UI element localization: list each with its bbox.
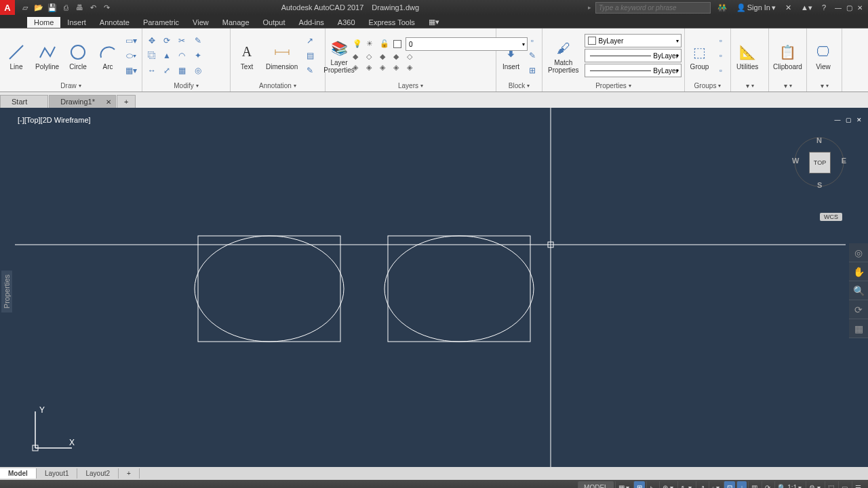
leader-icon[interactable]: ↗ bbox=[303, 34, 317, 47]
sign-in-button[interactable]: 👤 Sign In ▾ bbox=[734, 3, 778, 12]
mtext-icon[interactable]: ✎ bbox=[303, 64, 317, 77]
tab-manage[interactable]: Manage bbox=[216, 17, 256, 28]
tab-view[interactable]: View bbox=[186, 17, 216, 28]
print-icon[interactable]: 🖶 bbox=[73, 1, 85, 14]
tab-a360[interactable]: A360 bbox=[331, 17, 362, 28]
layer-color-swatch[interactable] bbox=[393, 40, 401, 48]
layer-prev-icon[interactable]: ◆ bbox=[380, 52, 389, 62]
search-input[interactable] bbox=[595, 2, 711, 14]
status-osnap-icon[interactable]: ↗ bbox=[696, 481, 707, 488]
tab-layout1[interactable]: Layout1 bbox=[37, 468, 78, 479]
nav-showmotion-icon[interactable]: ▦ bbox=[849, 319, 868, 338]
panel-annotation[interactable]: Annotation bbox=[233, 81, 322, 90]
status-dyn-icon[interactable]: ⊡ bbox=[724, 481, 735, 488]
status-transp-icon[interactable]: ▥ bbox=[748, 481, 760, 488]
save-icon[interactable]: 💾 bbox=[46, 1, 58, 14]
tab-parametric[interactable]: Parametric bbox=[136, 17, 186, 28]
maximize-icon[interactable]: ▢ bbox=[844, 2, 854, 13]
close-icon[interactable]: ✕ bbox=[854, 2, 865, 13]
panel-properties[interactable]: Properties bbox=[545, 81, 682, 90]
minimize-icon[interactable]: ― bbox=[833, 2, 844, 13]
viewcube[interactable]: N S W E TOP bbox=[792, 135, 846, 189]
tab-featured[interactable]: ▦▾ bbox=[422, 16, 446, 28]
viewport-close-icon[interactable]: ✕ bbox=[854, 116, 864, 124]
hatch-icon[interactable]: ▦▾ bbox=[124, 64, 138, 77]
panel-groups[interactable]: Groups bbox=[688, 81, 728, 90]
new-tab-button[interactable]: + bbox=[117, 95, 136, 108]
status-cycle-icon[interactable]: ⟳ bbox=[762, 481, 773, 488]
redo-icon[interactable]: ↷ bbox=[100, 1, 113, 14]
circle-button[interactable]: Circle bbox=[64, 40, 92, 72]
layer-walk-icon[interactable]: ◈ bbox=[366, 63, 376, 73]
layer-make-icon[interactable]: ◆ bbox=[353, 52, 362, 62]
status-snapmode-icon[interactable]: ⊞ bbox=[633, 481, 645, 488]
text-button[interactable]: AText bbox=[233, 40, 260, 72]
exchange-icon[interactable]: ✕ bbox=[783, 3, 794, 12]
panel-clipboard[interactable]: ▾ bbox=[772, 81, 804, 90]
nav-wheel-icon[interactable]: ◎ bbox=[849, 243, 868, 262]
table-icon[interactable]: ▤ bbox=[303, 49, 317, 62]
layer-light-icon[interactable]: 💡 bbox=[353, 39, 362, 49]
layer-dropdown[interactable]: 0 bbox=[406, 37, 528, 51]
status-clean-icon[interactable]: ▭ bbox=[838, 481, 850, 488]
create-block-icon[interactable]: ▫ bbox=[526, 34, 539, 47]
layer-iso-icon[interactable]: ◆ bbox=[393, 52, 403, 62]
panel-modify[interactable]: Modify bbox=[145, 81, 227, 90]
scale-icon[interactable]: ⤢ bbox=[160, 64, 174, 77]
layer-properties-button[interactable]: 📚Layer Properties bbox=[328, 36, 350, 75]
status-custom-icon[interactable]: ☰ bbox=[852, 481, 864, 488]
status-ortho-icon[interactable]: ⊾ bbox=[646, 481, 658, 488]
open-icon[interactable]: 📂 bbox=[33, 1, 45, 14]
viewcube-n[interactable]: N bbox=[816, 136, 822, 144]
status-otrack-icon[interactable]: ▫ ▾ bbox=[709, 481, 722, 488]
new-icon[interactable]: ▱ bbox=[19, 1, 31, 14]
layer-lock-icon[interactable]: 🔓 bbox=[380, 39, 389, 49]
status-grid-icon[interactable]: ▦ ▾ bbox=[615, 481, 633, 488]
mirror-icon[interactable]: ▲ bbox=[160, 49, 174, 62]
move-icon[interactable]: ✥ bbox=[145, 34, 159, 47]
rotate-icon[interactable]: ⟳ bbox=[160, 34, 174, 47]
nav-pan-icon[interactable]: ✋ bbox=[849, 262, 868, 281]
rect-icon[interactable]: ▭▾ bbox=[124, 34, 138, 47]
dimension-button[interactable]: Dimension bbox=[263, 40, 300, 72]
offset-icon[interactable]: ◎ bbox=[191, 64, 205, 77]
line-button[interactable]: Line bbox=[3, 40, 30, 72]
undo-icon[interactable]: ↶ bbox=[87, 1, 99, 14]
panel-draw[interactable]: Draw bbox=[3, 81, 139, 90]
tab-express[interactable]: Express Tools bbox=[362, 17, 422, 28]
fillet-icon[interactable]: ◠ bbox=[175, 49, 189, 62]
status-model[interactable]: MODEL bbox=[578, 481, 614, 488]
status-lineweight-icon[interactable]: ⟂ bbox=[736, 481, 747, 488]
group-select-icon[interactable]: ▫ bbox=[714, 64, 728, 77]
tab-home[interactable]: Home bbox=[27, 17, 60, 28]
layer-off-icon[interactable]: ◇ bbox=[407, 52, 416, 62]
panel-utilities[interactable]: ▾ bbox=[734, 81, 766, 90]
layer-freeze2-icon[interactable]: ◈ bbox=[380, 63, 389, 73]
explode-icon[interactable]: ✦ bbox=[191, 49, 205, 62]
status-isodraft-icon[interactable]: ↖ ▾ bbox=[677, 481, 694, 488]
close-tab-icon[interactable]: ✕ bbox=[106, 98, 111, 106]
nav-orbit-icon[interactable]: ⟳ bbox=[849, 300, 868, 319]
ellipse-icon[interactable]: ⬭▾ bbox=[124, 49, 138, 62]
infocenter-icon[interactable]: 👬 bbox=[715, 3, 730, 12]
arc-button[interactable]: Arc bbox=[94, 40, 121, 72]
status-polar-icon[interactable]: ⊕ ▾ bbox=[659, 481, 676, 488]
layer-state-icon[interactable]: ◈ bbox=[353, 63, 362, 73]
lineweight-dropdown[interactable]: ByLayer bbox=[585, 49, 682, 62]
tab-annotate[interactable]: Annotate bbox=[93, 17, 136, 28]
color-dropdown[interactable]: ByLayer bbox=[585, 34, 682, 47]
linetype-dropdown[interactable]: ByLayer bbox=[585, 64, 682, 77]
layer-match-icon[interactable]: ◇ bbox=[366, 52, 376, 62]
a360-icon[interactable]: ▲▾ bbox=[798, 3, 815, 12]
status-iso-icon[interactable]: ⬚ bbox=[825, 481, 837, 488]
group-edit-icon[interactable]: ▫ bbox=[714, 49, 728, 62]
panel-layers[interactable]: Layers bbox=[328, 81, 493, 90]
tab-model[interactable]: Model bbox=[0, 468, 37, 479]
drawing-canvas[interactable] bbox=[15, 108, 846, 467]
viewcube-w[interactable]: W bbox=[792, 157, 799, 165]
layer-freeze-icon[interactable]: ☀ bbox=[366, 39, 376, 49]
match-properties-button[interactable]: 🖌Match Properties bbox=[545, 36, 582, 75]
trim-icon[interactable]: ✂ bbox=[175, 34, 189, 47]
ungroup-icon[interactable]: ▫ bbox=[714, 34, 728, 47]
polyline-button[interactable]: Polyline bbox=[33, 40, 62, 72]
